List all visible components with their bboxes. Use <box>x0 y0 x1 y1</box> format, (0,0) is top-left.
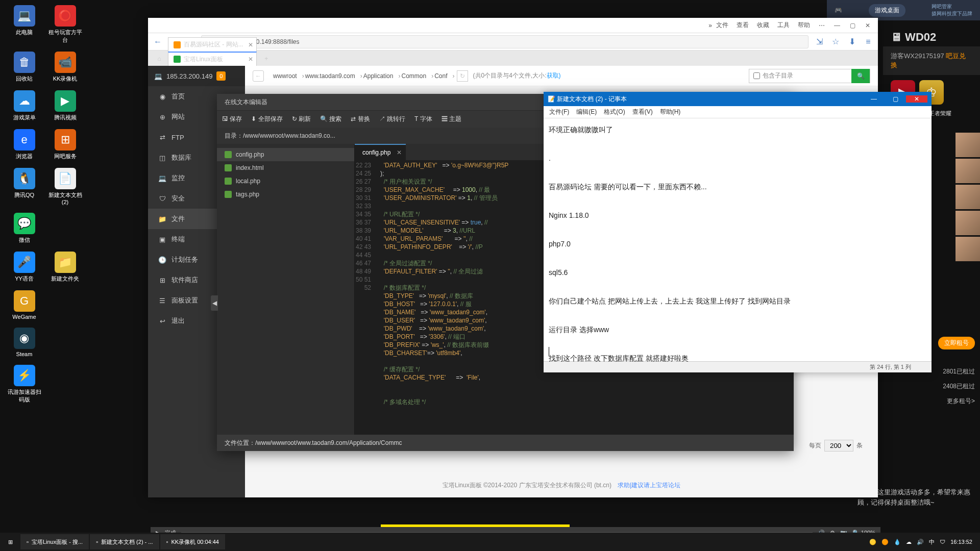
pager-label: 每页 <box>809 441 821 450</box>
taskbar-item[interactable]: ▫新建文本文档 (2) - ... <box>90 534 159 549</box>
desktop-icon[interactable]: 📹KK录像机 <box>46 52 84 83</box>
editor-tool-btn[interactable]: ↗ 跳转行 <box>379 115 405 123</box>
min-icon[interactable]: — <box>829 22 845 29</box>
editor-tool-btn[interactable]: 🔍 搜索 <box>320 115 341 123</box>
download-icon[interactable]: ⬇ <box>846 36 857 47</box>
desktop-icon[interactable]: 🗑回收站 <box>5 52 43 83</box>
start-button[interactable]: ⊞ <box>0 533 20 551</box>
desktop-icon[interactable]: ⭕租号玩官方平台 <box>46 5 84 44</box>
editor-tool-btn[interactable]: ⇄ 替换 <box>351 115 370 123</box>
browser-menu-item[interactable]: 查看 <box>732 21 753 29</box>
desktop-icon[interactable]: 🎤YY语音 <box>5 252 43 283</box>
desktop-icon[interactable]: ⊞网吧服务 <box>46 129 84 160</box>
footer-text: 宝塔Linux面板 ©2014-2020 广东宝塔安全技术有限公司 (bt.cn… <box>443 482 611 489</box>
notepad-body[interactable]: 环境正确就嗷嗷叫了 . 百易源码论坛 需要的可以看一下，里面东西不赖... Ng… <box>544 118 932 361</box>
file-tree-item[interactable]: local.php <box>217 174 354 188</box>
menu-icon[interactable]: ≡ <box>863 36 874 47</box>
desktop-icon[interactable]: ▶腾讯视频 <box>46 90 84 121</box>
tab-close-icon[interactable]: ✕ <box>248 56 253 63</box>
np-menu-item[interactable]: 格式(O) <box>601 108 628 116</box>
rent-now-btn[interactable]: 立即租号 <box>938 337 975 349</box>
editor-tool-btn[interactable]: ⬇ 全部保存 <box>251 115 282 123</box>
opts-icon[interactable]: ⋯ <box>814 22 829 29</box>
home-tab-icon[interactable]: ⌂ <box>151 52 168 66</box>
np-menu-item[interactable]: 文件(F) <box>546 108 572 116</box>
notepad-title: 新建文本文档 (2) - 记事本 <box>557 95 627 103</box>
np-menu-item[interactable]: 帮助(H) <box>657 108 684 116</box>
menu-more[interactable]: » <box>708 22 712 29</box>
editor-title: 在线文本编辑器 <box>225 98 267 107</box>
tab-close-icon[interactable]: ✕ <box>248 41 253 48</box>
server-ip: 💻185.23.200.149 0 <box>148 66 245 86</box>
collapse-handle[interactable]: ◀ <box>211 295 218 311</box>
netbar-sub: 摄网科技度下品牌 <box>932 10 972 17</box>
file-tree-item[interactable]: config.php <box>217 148 354 161</box>
desktop-icon[interactable]: ◉Steam <box>5 328 43 357</box>
breadcrumb-item[interactable]: Common <box>397 72 430 80</box>
np-min-icon[interactable]: — <box>863 95 885 103</box>
bc-refresh-icon[interactable]: ↻ <box>457 70 468 82</box>
back-icon[interactable]: ← <box>152 36 163 47</box>
desktop-icon[interactable]: 📁新建文件夹 <box>46 252 84 283</box>
url-input[interactable]: ⓘ http://185.23.200.149:8888/files <box>201 35 808 48</box>
code-tab[interactable]: config.php✕ <box>355 144 406 160</box>
taskbar-item[interactable]: ▫宝塔Linux面板 - 搜... <box>20 534 89 549</box>
max-icon[interactable]: ▢ <box>845 22 860 29</box>
browser-tab[interactable]: 宝塔Linux面板✕ <box>168 52 257 66</box>
new-tab-icon[interactable]: + <box>258 52 275 66</box>
search-input[interactable]: 包含子目录 <box>749 71 851 80</box>
breadcrumb-item[interactable]: www.taodan9.com <box>301 72 359 80</box>
file-tree-item[interactable]: tags.php <box>217 188 354 201</box>
desktop-icon[interactable]: ☁游戏菜单 <box>5 90 43 121</box>
pager-unit: 条 <box>856 441 863 450</box>
breadcrumb-item[interactable]: Conf <box>430 72 451 80</box>
notepad-window: 📝 新建文本文档 (2) - 记事本 — ▢ ✕ 文件(F)编辑(E)格式(O)… <box>544 92 932 372</box>
game-desktop-btn[interactable]: 游戏桌面 <box>869 4 905 17</box>
editor-tool-btn[interactable]: T 字体 <box>414 115 432 123</box>
editor-tool-btn[interactable]: ☰ 主题 <box>442 115 461 123</box>
alert-badge: 0 <box>216 71 226 81</box>
browser-tab[interactable]: 百易源码社区 - 网站...✕ <box>168 37 257 52</box>
desktop-icon[interactable]: GWeGame <box>5 290 43 320</box>
machine-id: 🖥 WD02 <box>883 26 980 46</box>
editor-dir: 目录：/www/wwwroot/www.taodan9.co... <box>225 132 335 140</box>
breadcrumb-item[interactable]: Application <box>359 72 398 80</box>
star-icon[interactable]: ☆ <box>830 36 841 47</box>
footer-link[interactable]: 求助|建议请上宝塔论坛 <box>618 482 680 489</box>
browser-menu-item[interactable]: 文件 <box>712 21 732 29</box>
ext-icon[interactable]: ⇲ <box>814 36 825 47</box>
browser-menu-item[interactable]: 工具 <box>773 21 794 29</box>
np-close-icon[interactable]: ✕ <box>906 95 927 103</box>
desktop-icon[interactable]: 📄新建文本文档 (2) <box>46 168 84 205</box>
notepad-status: 第 24 行, 第 1 列 <box>870 363 911 371</box>
desktop-icon[interactable]: ⚡讯游加速器扫码版 <box>5 365 43 404</box>
close-tab-icon[interactable]: ✕ <box>397 149 402 156</box>
file-tree-item[interactable]: index.html <box>217 161 354 174</box>
dir-info: (共0个目录与4个文件,大小: <box>473 72 547 79</box>
np-menu-item[interactable]: 编辑(E) <box>573 108 600 116</box>
browser-menu-item[interactable]: 收藏 <box>753 21 773 29</box>
include-subdir-check[interactable] <box>753 72 760 79</box>
search-button[interactable]: 🔍 <box>851 69 870 83</box>
page-size-select[interactable]: 200 <box>824 440 853 452</box>
desktop-icon[interactable]: 💻此电脑 <box>5 5 43 44</box>
editor-tool-btn[interactable]: ↻ 刷新 <box>292 115 311 123</box>
browser-menu-item[interactable]: 帮助 <box>794 21 814 29</box>
np-menu-item[interactable]: 查看(V) <box>629 108 656 116</box>
close-icon[interactable]: ✕ <box>860 22 875 29</box>
clock: 16:13:52 <box>950 539 972 545</box>
np-max-icon[interactable]: ▢ <box>885 95 906 103</box>
taskbar-item[interactable]: ▫KK录像机 00:04:44 <box>160 534 225 549</box>
editor-status: 文件位置：/www/wwwroot/www.taodan9.com/Applic… <box>225 439 402 447</box>
breadcrumb-item[interactable]: wwwroot <box>269 72 301 80</box>
guest-id: 游客WX29175197 <box>891 52 944 60</box>
desktop-icon[interactable]: 💬微信 <box>5 213 43 244</box>
netbar-label: 网吧管家 <box>932 3 972 10</box>
bc-back-icon[interactable]: ← <box>253 70 264 82</box>
editor-tool-btn[interactable]: 🖫 保存 <box>222 115 242 123</box>
desktop-icon[interactable]: 🐧腾讯QQ <box>5 168 43 205</box>
desktop-icon[interactable]: e浏览器 <box>5 129 43 160</box>
king-label: 王者荣耀 <box>929 110 951 117</box>
dir-getsize[interactable]: 获取) <box>547 72 561 79</box>
